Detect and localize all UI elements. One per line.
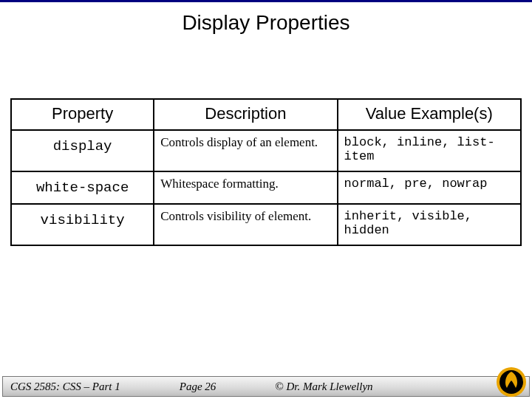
cell-values: normal, pre, nowrap bbox=[338, 171, 521, 204]
footer-course: CGS 2585: CSS – Part 1 bbox=[3, 381, 120, 393]
table-row: display Controls display of an element. … bbox=[11, 130, 521, 171]
col-header-description: Description bbox=[154, 99, 337, 130]
page-title: Display Properties bbox=[0, 11, 532, 35]
properties-table: Property Description Value Example(s) di… bbox=[10, 98, 522, 246]
footer-page: Page 26 bbox=[120, 381, 216, 393]
slide-footer: CGS 2585: CSS – Part 1 Page 26 © Dr. Mar… bbox=[2, 376, 530, 397]
cell-description: Controls visibility of element. bbox=[154, 204, 337, 245]
table-row: visibility Controls visibility of elemen… bbox=[11, 204, 521, 245]
ucf-pegasus-logo-icon bbox=[495, 366, 528, 398]
cell-property: display bbox=[11, 130, 154, 171]
properties-table-container: Property Description Value Example(s) di… bbox=[10, 98, 522, 246]
table-header-row: Property Description Value Example(s) bbox=[11, 99, 521, 130]
cell-values: inherit, visible, hidden bbox=[338, 204, 521, 245]
cell-values: block, inline, list-item bbox=[338, 130, 521, 171]
cell-description: Whitespace formatting. bbox=[154, 171, 337, 204]
top-rule bbox=[0, 0, 532, 2]
footer-author: © Dr. Mark Llewellyn bbox=[216, 381, 372, 393]
col-header-property: Property bbox=[11, 99, 154, 130]
cell-property: visibility bbox=[11, 204, 154, 245]
table-row: white-space Whitespace formatting. norma… bbox=[11, 171, 521, 204]
cell-description: Controls display of an element. bbox=[154, 130, 337, 171]
cell-property: white-space bbox=[11, 171, 154, 204]
col-header-values: Value Example(s) bbox=[338, 99, 521, 130]
svg-point-2 bbox=[509, 375, 514, 380]
